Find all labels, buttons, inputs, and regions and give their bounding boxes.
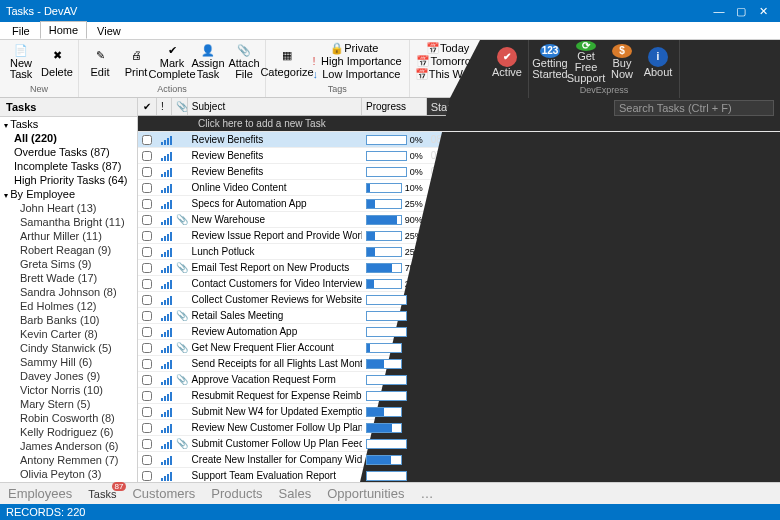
grid-body[interactable]: Review Benefits0%08/04/202009/04/2020San… [138, 132, 780, 482]
row-checkbox[interactable] [142, 327, 152, 337]
row-checkbox[interactable] [142, 311, 152, 321]
table-row[interactable]: Support Team Evaluation Report0%05/01/20… [138, 468, 780, 482]
tree-tasks[interactable]: Tasks [0, 117, 137, 131]
cell-complete-check[interactable] [765, 324, 780, 339]
cell-complete-check[interactable] [765, 276, 780, 291]
high-importance-button[interactable]: !High Importance [306, 55, 405, 68]
maximize-button[interactable]: ▢ [730, 5, 752, 18]
row-checkbox[interactable] [142, 167, 152, 177]
cell-complete-check[interactable] [765, 164, 780, 179]
close-button[interactable]: ✕ [752, 5, 774, 18]
row-checkbox[interactable] [142, 295, 152, 305]
tree-incomplete[interactable]: Incomplete Tasks (87) [0, 159, 137, 173]
tree-employee[interactable]: Mary Stern (5) [0, 397, 137, 411]
cell-complete-check[interactable] [765, 292, 780, 307]
categorize-button[interactable]: ▦Categorize [270, 42, 304, 82]
tree-highpriority[interactable]: High Priority Tasks (64) [0, 173, 137, 187]
cell-complete-check[interactable] [765, 388, 780, 403]
row-checkbox[interactable] [142, 391, 152, 401]
table-row[interactable]: Send Receipts for all Flights Last Month… [138, 356, 780, 372]
assign-task-button[interactable]: 👤Assign Task [191, 42, 225, 82]
minimize-button[interactable]: — [708, 5, 730, 17]
table-row[interactable]: Review Benefits0%06/04/202007/04/2020San… [138, 164, 780, 180]
cell-complete-check[interactable] [765, 260, 780, 275]
about-button[interactable]: iAbout [641, 42, 675, 82]
cell-complete-check[interactable] [765, 244, 780, 259]
tree-employee[interactable]: Robin Cosworth (8) [0, 411, 137, 425]
row-checkbox[interactable] [142, 407, 152, 417]
row-checkbox[interactable] [142, 279, 152, 289]
row-checkbox[interactable] [142, 247, 152, 257]
nav-opportunities[interactable]: Opportunities [327, 486, 404, 501]
delete-button[interactable]: ✖Delete [40, 42, 74, 82]
cell-complete-check[interactable] [765, 132, 780, 147]
private-button[interactable]: 🔒Private [306, 42, 405, 55]
table-row[interactable]: Create New Installer for Company Wide Ap… [138, 452, 780, 468]
tree-employee[interactable]: Barb Banks (10) [0, 313, 137, 327]
tree-employee[interactable]: Arthur Miller (11) [0, 229, 137, 243]
cell-complete-check[interactable] [765, 356, 780, 371]
nav-sales[interactable]: Sales [279, 486, 312, 501]
tree-employee[interactable]: Robert Reagan (9) [0, 243, 137, 257]
col-priority[interactable]: ! [157, 98, 172, 115]
col-startdate[interactable]: Start Date ▴ [427, 98, 499, 115]
mark-complete-button[interactable]: ✔Mark Complete [155, 42, 189, 82]
table-row[interactable]: 📎Get New Frequent Flier Account10%05/03/… [138, 340, 780, 356]
cell-complete-check[interactable] [765, 372, 780, 387]
tree-employee[interactable]: Samantha Bright (11) [0, 215, 137, 229]
table-row[interactable]: Lunch Potluck25%05/19/202005/31/2020Cind… [138, 244, 780, 260]
table-row[interactable]: 📎New Warehouse90%05/29/202006/03/2020Ken… [138, 212, 780, 228]
row-checkbox[interactable] [142, 183, 152, 193]
new-row[interactable]: Click here to add a new Task [138, 116, 780, 132]
tree-employee[interactable]: Davey Jones (9) [0, 369, 137, 383]
table-row[interactable]: Review Benefits0%08/04/202009/04/2020San… [138, 132, 780, 148]
table-row[interactable]: 📎Email Test Report on New Products75%05/… [138, 260, 780, 276]
tree-employee[interactable]: James Anderson (6) [0, 439, 137, 453]
row-checkbox[interactable] [142, 151, 152, 161]
nav-customers[interactable]: Customers [132, 486, 195, 501]
tree-employee[interactable]: Kelly Rodriguez (6) [0, 425, 137, 439]
edit-button[interactable]: ✎Edit [83, 42, 117, 82]
tree-all[interactable]: All (220) [0, 131, 137, 145]
tree-employee[interactable]: Antony Remmen (7) [0, 453, 137, 467]
tree-employee[interactable]: Ed Holmes (12) [0, 299, 137, 313]
row-checkbox[interactable] [142, 199, 152, 209]
table-row[interactable]: Collect Customer Reviews for Website0%05… [138, 292, 780, 308]
table-row[interactable]: Review Benefits0%07/04/202008/04/2020Bar… [138, 148, 780, 164]
tree-byemployee[interactable]: By Employee [0, 187, 137, 201]
col-subject[interactable]: Subject [188, 98, 362, 115]
cell-complete-check[interactable] [765, 308, 780, 323]
menu-home[interactable]: Home [40, 21, 87, 39]
cell-complete-check[interactable] [765, 436, 780, 451]
active-button[interactable]: ✔Active [490, 42, 524, 82]
buy-now-button[interactable]: $Buy Now [605, 42, 639, 82]
tree-employee[interactable]: Cindy Stanwick (5) [0, 341, 137, 355]
row-checkbox[interactable] [142, 423, 152, 433]
row-checkbox[interactable] [142, 471, 152, 481]
row-checkbox[interactable] [142, 375, 152, 385]
nav-products[interactable]: Products [211, 486, 262, 501]
row-checkbox[interactable] [142, 231, 152, 241]
row-checkbox[interactable] [142, 343, 152, 353]
table-row[interactable]: Specs for Automation App25%05/08/202006/… [138, 196, 780, 212]
table-row[interactable]: Submit New W4 for Updated Exemptions50%0… [138, 404, 780, 420]
tree-employee[interactable]: Olivia Peyton (3) [0, 467, 137, 481]
col-attachment[interactable]: 📎 [172, 98, 187, 115]
tree-employee[interactable]: Sandra Johnson (8) [0, 285, 137, 299]
cell-complete-check[interactable] [765, 340, 780, 355]
new-task-button[interactable]: 📄New Task [4, 42, 38, 82]
col-progress[interactable]: Progress [362, 98, 427, 115]
cell-complete-check[interactable] [765, 468, 780, 482]
tree-employee[interactable]: Greta Sims (9) [0, 257, 137, 271]
cell-complete-check[interactable] [765, 404, 780, 419]
get-support-button[interactable]: ⟳Get Free Support [569, 42, 603, 82]
cell-complete-check[interactable] [765, 452, 780, 467]
col-duedate[interactable]: Due Date ▾ [499, 98, 584, 115]
table-row[interactable]: Review Automation App0%05/21/202005/28/2… [138, 324, 780, 340]
today-button[interactable]: 📅Today [414, 42, 484, 55]
search-box[interactable]: Search Tasks (Ctrl + F) [614, 100, 774, 116]
nav-employees[interactable]: Employees [8, 486, 72, 501]
cell-complete-check[interactable] [765, 180, 780, 195]
getting-started-button[interactable]: 123Getting Started [533, 42, 567, 82]
cell-complete-check[interactable] [765, 196, 780, 211]
